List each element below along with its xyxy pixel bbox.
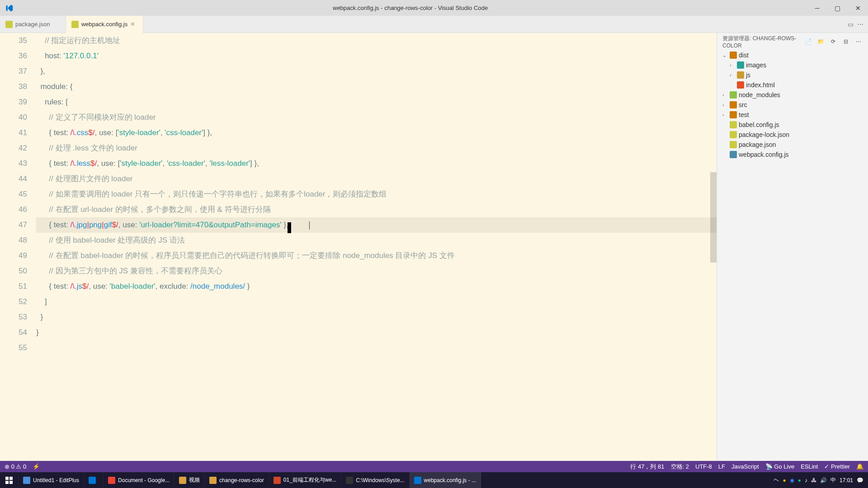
new-file-icon[interactable]: 📄 [804,38,812,45]
line-number: 39 [0,94,27,110]
code-line[interactable]: { test: /\.js$/, use: 'babel-loader', ex… [36,279,717,294]
split-editor-icon[interactable]: ▭ [848,21,854,28]
code-line[interactable]: // 在配置 url-loader 的时候，多个参数之间，使用 & 符号进行分隔 [36,202,717,217]
app-icon [23,477,30,484]
status-bell-icon[interactable]: 🔔 [856,463,863,470]
code-line[interactable]: // 处理 .less 文件的 loader [36,141,717,156]
more-icon[interactable]: ⋯ [854,38,863,45]
tray-icon-3[interactable]: ● [798,477,801,483]
explorer-sidebar: 资源管理器: CHANGE-ROWS-COLOR 📄 📁 ⟳ ⊟ ⋯ ⌄dist… [717,33,868,461]
status-spaces[interactable]: 空格: 2 [671,463,689,471]
taskbar-app[interactable]: webpack.config.js - ... [410,472,481,488]
close-tab-icon[interactable]: ✕ [130,21,137,28]
code-line[interactable]: { test: /\.less$/, use: ['style-loader',… [36,156,717,171]
svg-rect-0 [5,477,9,480]
collapse-icon[interactable]: ⊟ [842,38,850,45]
tree-file[interactable]: package.json [719,140,868,150]
code-editor[interactable]: 3536373839404142434445464748495051525354… [0,33,717,461]
code-line[interactable]: { test: /\.jpg|png|gif$/, use: 'url-load… [36,217,717,233]
taskbar-app[interactable]: 01_前端工程化与we... [269,472,341,488]
taskbar-app[interactable]: Document - Google... [104,472,175,488]
folder-icon [730,111,737,118]
taskbar-app[interactable]: Untitled1 - EditPlus [19,472,84,488]
tree-file[interactable]: webpack.config.js [719,150,868,160]
code-content[interactable]: // 指定运行的主机地址 host: '127.0.0.1' }, module… [36,33,717,461]
editor-tab[interactable]: webpack.config.js✕ [66,16,144,33]
status-golive[interactable]: 📡 Go Live [765,463,794,470]
file-icon [730,121,737,128]
status-encoding[interactable]: UTF-8 [695,463,712,470]
code-line[interactable]: // 使用 babel-loader 处理高级的 JS 语法 [36,233,717,248]
chevron-icon: › [730,62,735,68]
folder-icon [737,71,744,79]
tree-file[interactable]: index.html [719,80,868,90]
maximize-button[interactable]: ▢ [827,0,848,16]
code-line[interactable]: }, [36,64,717,79]
code-line[interactable]: // 定义了不同模块对应的 loader [36,110,717,125]
close-button[interactable]: ✕ [848,0,868,16]
tray-time[interactable]: 17:01 [840,477,853,483]
tray-cloud-icon[interactable]: ● [783,477,786,483]
start-button[interactable] [0,472,19,488]
code-line[interactable]: host: '127.0.0.1' [36,48,717,64]
code-line[interactable]: ] [36,294,717,310]
code-line[interactable]: module: { [36,79,717,94]
more-actions-icon[interactable]: ⋯ [857,21,863,28]
tree-folder[interactable]: ›images [719,60,868,70]
tree-folder[interactable]: ›js [719,70,868,80]
refresh-icon[interactable]: ⟳ [829,38,837,45]
code-line[interactable]: // 如果需要调用的 loader 只有一个，则只传递一个字符串也行，如果有多个… [36,187,717,202]
taskbar-app[interactable]: 视频 [175,472,205,488]
code-line[interactable]: } [36,325,717,340]
tray-icon-4[interactable]: ♪ [805,477,807,483]
status-port-icon[interactable]: ⚡ [33,463,40,470]
new-folder-icon[interactable]: 📁 [816,38,825,45]
editor-tab[interactable]: package.json [0,16,66,33]
code-line[interactable]: // 因为第三方包中的 JS 兼容性，不需要程序员关心 [36,263,717,279]
explorer-title: 资源管理器: CHANGE-ROWS-COLOR [722,35,804,49]
taskbar-label: C:\Windows\Syste... [356,477,404,483]
line-number: 50 [0,263,27,279]
code-line[interactable]: // 在配置 babel-loader 的时候，程序员只需要把自己的代码进行转换… [36,248,717,263]
tray-ime[interactable]: 中 [830,476,836,484]
tree-label: index.html [746,81,775,89]
status-bar: ⊗ 0 ⚠ 0 ⚡ 行 47，列 81 空格: 2 UTF-8 LF JavaS… [0,461,868,472]
chevron-icon: › [722,102,728,108]
line-number: 41 [0,125,27,141]
tree-folder[interactable]: ›test [719,110,868,120]
code-line[interactable]: } [36,310,717,325]
status-errors[interactable]: ⊗ 0 ⚠ 0 [5,463,26,470]
code-line[interactable]: rules: [ [36,94,717,110]
code-line[interactable]: { test: /\.css$/, use: ['style-loader', … [36,125,717,141]
tree-file[interactable]: package-lock.json [719,130,868,140]
tray-network-icon[interactable]: 🖧 [811,477,816,483]
tree-folder[interactable]: ›src [719,100,868,110]
tree-folder[interactable]: ›node_modules [719,90,868,100]
status-lang[interactable]: JavaScript [731,463,759,470]
line-number: 48 [0,233,27,248]
tray-icon[interactable]: ヘ [774,476,779,484]
taskbar-label: webpack.config.js - ... [424,477,476,483]
taskbar-app[interactable]: change-rows-color [205,472,269,488]
minimize-button[interactable]: ─ [807,0,827,16]
tree-file[interactable]: babel.config.js [719,120,868,130]
code-line[interactable]: // 处理图片文件的 loader [36,171,717,187]
code-line[interactable]: // 指定运行的主机地址 [36,33,717,48]
tree-folder[interactable]: ⌄dist [719,50,868,60]
tray-notifications-icon[interactable]: 💬 [857,477,863,483]
status-eol[interactable]: LF [718,463,725,470]
taskbar-app[interactable] [84,472,104,488]
tray-icon-2[interactable]: ◉ [790,477,794,483]
status-cursor[interactable]: 行 47，列 81 [630,463,664,471]
file-icon [737,81,744,89]
vscode-logo-icon [5,4,14,13]
tree-label: dist [739,52,749,59]
code-line[interactable] [36,340,717,356]
tray-volume-icon[interactable]: 🔊 [820,477,827,483]
status-eslint[interactable]: ESLint [801,463,818,470]
taskbar-app[interactable]: C:\Windows\Syste... [341,472,409,488]
scrollbar-thumb[interactable] [710,172,717,263]
status-prettier[interactable]: ✓ Prettier [824,463,850,470]
vertical-scrollbar[interactable] [710,33,717,461]
svg-rect-3 [9,481,13,484]
